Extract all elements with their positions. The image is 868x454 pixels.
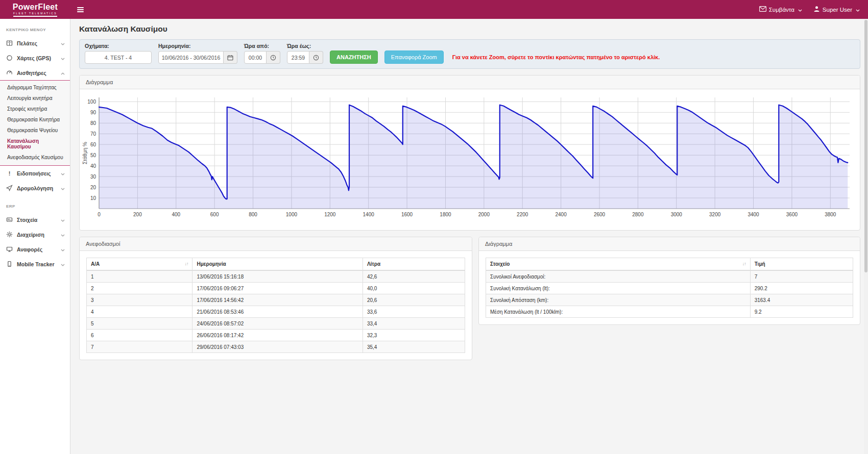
- chevron-down-icon: [61, 185, 65, 191]
- svg-text:30: 30: [90, 174, 97, 180]
- app-logo[interactable]: PowerFleet FLEET TELEMATICS: [0, 2, 70, 17]
- svg-text:3400: 3400: [748, 212, 759, 217]
- table-row: 626/06/2016 08:17:4232,3: [87, 330, 465, 341]
- stats-table: Στοιχείο↓↑ Τιμή Συνολικοί Ανεφοδιασμοί:7…: [486, 258, 853, 318]
- chart-svg[interactable]: 0200400600800100012001400160018002000220…: [82, 92, 856, 227]
- menu-toggle-icon[interactable]: [77, 7, 84, 12]
- chevron-down-icon: [61, 170, 65, 176]
- table-row: Συνολική Κατανάλωση (lt):290.2: [486, 283, 853, 294]
- date-range-input[interactable]: [158, 51, 224, 64]
- time-from-input[interactable]: [244, 51, 267, 64]
- sidebar-item-records[interactable]: Στοιχεία: [0, 212, 70, 227]
- column-header-date[interactable]: Ημερομηνία: [192, 258, 363, 271]
- time-to-input[interactable]: [287, 51, 309, 64]
- fuel-level-chart[interactable]: 0200400600800100012001400160018002000220…: [80, 89, 860, 230]
- submenu-item-speed-chart[interactable]: Διάγραμμα Ταχύτητας: [0, 82, 70, 93]
- table-row: 217/06/2016 09:06:2740,0: [87, 283, 465, 294]
- submenu-item-engine-rpm[interactable]: Στροφές κινητήρα: [0, 104, 70, 114]
- user-menu[interactable]: Super User: [813, 6, 860, 13]
- user-label: Super User: [823, 7, 852, 13]
- table-cell: 33,6: [363, 306, 465, 318]
- page-title: Κατανάλωση Καυσίμου: [79, 24, 860, 34]
- logo-title: PowerFleet: [13, 3, 58, 11]
- globe-icon: [6, 55, 13, 61]
- svg-text:1200: 1200: [324, 212, 336, 217]
- chevron-down-icon: [798, 7, 802, 13]
- sidebar-item-mobile-tracker[interactable]: Mobile Tracker: [0, 257, 70, 271]
- calendar-icon[interactable]: [224, 51, 237, 64]
- svg-text:800: 800: [249, 212, 257, 217]
- svg-text:70: 70: [90, 131, 97, 137]
- svg-text:2600: 2600: [594, 212, 606, 217]
- column-header-value[interactable]: Τιμή: [750, 258, 853, 271]
- events-menu[interactable]: Συμβάντα: [759, 6, 802, 13]
- mobile-icon: [6, 261, 13, 267]
- svg-text:1000: 1000: [286, 212, 298, 217]
- svg-text:3800: 3800: [825, 212, 836, 217]
- reset-zoom-button[interactable]: Επαναφορά Zoom: [384, 51, 444, 64]
- chevron-down-icon: [61, 40, 65, 46]
- table-cell: 17/06/2016 09:06:27: [192, 283, 363, 294]
- vertical-scrollbar[interactable]: [864, 19, 868, 454]
- table-cell: 3: [87, 294, 192, 306]
- sidebar-item-maps-gps[interactable]: Χάρτες (GPS): [0, 51, 70, 65]
- svg-text:0: 0: [98, 212, 101, 217]
- scrollbar-thumb[interactable]: [864, 20, 867, 272]
- top-navbar: PowerFleet FLEET TELEMATICS Συμβάντα Sup…: [0, 0, 868, 19]
- zoom-hint-text: Για να κάνετε Zoom, σύρετε το ποντίκι κρ…: [452, 54, 660, 60]
- svg-text:3000: 3000: [671, 212, 683, 217]
- column-header-item[interactable]: Στοιχείο↓↑: [486, 258, 751, 271]
- sidebar-item-label: Χάρτες (GPS): [17, 55, 57, 61]
- alert-icon: !: [6, 170, 13, 176]
- svg-text:2400: 2400: [555, 212, 567, 217]
- submenu-item-engine-operation[interactable]: Λειτουργία κινητήρα: [0, 93, 70, 104]
- clock-icon[interactable]: [267, 51, 280, 64]
- sidebar-item-label: Ειδοποιήσεις: [17, 170, 57, 176]
- table-cell: 20,6: [363, 294, 465, 306]
- submenu-item-fridge-temperature[interactable]: Θερμοκρασία Ψυγείου: [0, 125, 70, 136]
- table-row: 524/06/2016 08:57:0233,4: [87, 318, 465, 330]
- chevron-down-icon: [61, 232, 65, 238]
- sidebar-item-reports[interactable]: Αναφορές: [0, 242, 70, 257]
- search-button[interactable]: ΑΝΑΖΗΤΗΣΗ: [330, 51, 378, 64]
- chevron-up-icon: [61, 70, 65, 76]
- svg-text:3600: 3600: [786, 212, 798, 217]
- sidebar-item-label: Αισθητήρες: [17, 70, 57, 76]
- sidebar-item-sensors[interactable]: Αισθητήρες: [0, 65, 70, 80]
- table-row: Μέση Κατανάλωση (lt / 100klm):9.2: [486, 306, 853, 318]
- sidebar-item-routing[interactable]: Δρομολόγηση: [0, 181, 70, 195]
- submenu-item-fuel-refill[interactable]: Ανεφοδιασμός Καυσίμου: [0, 152, 70, 163]
- table-header-row: Στοιχείο↓↑ Τιμή: [486, 258, 853, 271]
- table-cell: 3163.4: [750, 294, 853, 306]
- table-cell: 40,0: [363, 283, 465, 294]
- sort-icon[interactable]: ↓↑: [742, 261, 746, 266]
- table-cell: 32,3: [363, 330, 465, 341]
- chevron-down-icon: [61, 246, 65, 253]
- table-cell: 290.2: [750, 283, 853, 294]
- table-cell: 7: [87, 341, 192, 353]
- table-cell: 24/06/2016 08:57:02: [192, 318, 363, 330]
- clock-icon[interactable]: [309, 51, 323, 64]
- svg-text:1600: 1600: [401, 212, 413, 217]
- submenu-item-engine-temperature[interactable]: Θερμοκρασία Κινητήρα: [0, 114, 70, 125]
- monitor-icon: [6, 246, 13, 253]
- sort-icon[interactable]: ↓↑: [184, 261, 188, 266]
- date-range-label: Ημερομηνία:: [158, 43, 237, 49]
- table-cell: Συνολική Απόσταση (km):: [486, 294, 751, 306]
- sidebar-section-erp: ERP: [0, 195, 70, 212]
- svg-text:50: 50: [90, 153, 97, 158]
- sidebar-item-administration[interactable]: Διαχείριση: [0, 227, 70, 242]
- sidebar-item-customers[interactable]: Πελάτες: [0, 36, 70, 51]
- vehicles-input[interactable]: [85, 51, 152, 64]
- submenu-item-fuel-consumption[interactable]: Κατανάλωση Καυσίμου: [0, 136, 70, 152]
- table-cell: 13/06/2016 15:16:18: [192, 270, 363, 283]
- sidebar-item-notifications[interactable]: ! Ειδοποιήσεις: [0, 166, 70, 181]
- svg-text:2000: 2000: [478, 212, 490, 217]
- column-header-liters[interactable]: Λίτρα: [363, 258, 465, 271]
- sidebar-section-main: ΚΕΝΤΡΙΚΟ ΜΕΝΟΥ: [0, 19, 70, 36]
- column-header-index[interactable]: Α/Α↓↑: [87, 258, 192, 271]
- svg-text:200: 200: [133, 212, 142, 217]
- table-cell: 4: [87, 306, 192, 318]
- stats-panel-title: Διάγραμμα: [479, 237, 860, 251]
- events-label: Συμβάντα: [769, 7, 794, 13]
